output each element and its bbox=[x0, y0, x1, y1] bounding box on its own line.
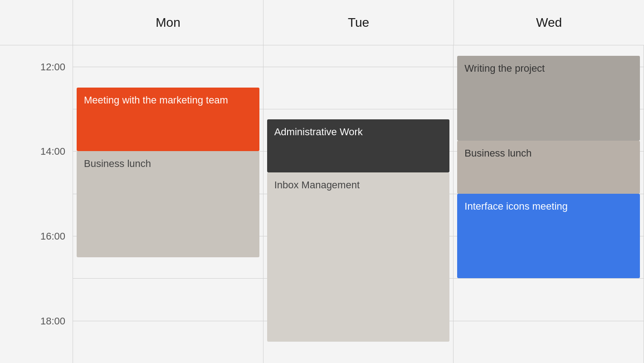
time-column: 12:0014:0016:0018:00 bbox=[0, 45, 73, 363]
event-interface-icons-meeting[interactable]: Interface icons meeting bbox=[457, 194, 640, 279]
event-writing-project[interactable]: Writing the project bbox=[457, 56, 640, 141]
event-business-lunch-wed[interactable]: Business lunch bbox=[457, 141, 640, 194]
time-label-12: 12:00 bbox=[40, 61, 65, 73]
day-column-tue: Administrative WorkInbox Management bbox=[263, 45, 454, 363]
day-header-mon: Mon bbox=[73, 0, 263, 45]
day-header-tue: Tue bbox=[263, 0, 454, 45]
event-admin-work[interactable]: Administrative Work bbox=[267, 119, 450, 172]
header-row: Mon Tue Wed bbox=[0, 0, 644, 45]
calendar-container: Mon Tue Wed 12:0014:0016:0018:00 Meeting… bbox=[0, 0, 644, 363]
time-label-16: 16:00 bbox=[40, 231, 65, 242]
event-inbox-management[interactable]: Inbox Management bbox=[267, 172, 450, 342]
day-column-mon: Meeting with the marketing teamBusiness … bbox=[73, 45, 263, 363]
body-area: 12:0014:0016:0018:00 Meeting with the ma… bbox=[0, 45, 644, 363]
time-label-18: 18:00 bbox=[40, 315, 65, 327]
event-business-lunch-mon[interactable]: Business lunch bbox=[77, 151, 259, 257]
event-meeting-marketing[interactable]: Meeting with the marketing team bbox=[77, 88, 259, 151]
day-header-wed: Wed bbox=[454, 0, 644, 45]
time-gutter-header bbox=[0, 0, 73, 45]
days-area: Meeting with the marketing teamBusiness … bbox=[73, 45, 644, 363]
day-column-wed: Writing the projectBusiness lunchInterfa… bbox=[453, 45, 644, 363]
time-label-14: 14:00 bbox=[40, 146, 65, 157]
